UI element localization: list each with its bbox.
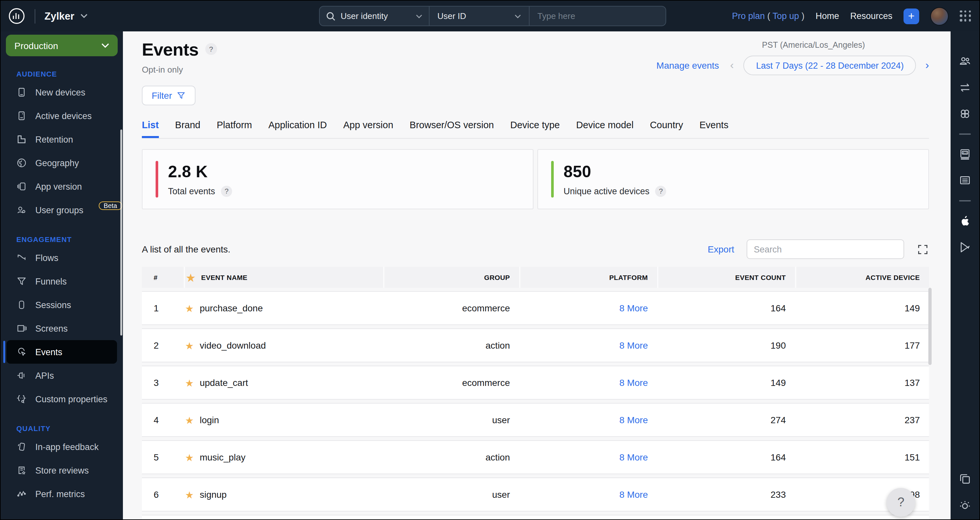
table-row[interactable]: 1 purchase_done ecommerce 8 More 164 149	[142, 291, 929, 325]
app-grid-icon[interactable]	[960, 10, 972, 22]
tab-device-model[interactable]: Device model	[576, 120, 633, 138]
table-row[interactable]: 2 video_download action 8 More 190 177	[142, 329, 929, 362]
copy-pages-icon[interactable]	[958, 472, 972, 485]
table-row[interactable]: 3 update_cart ecommerce 8 More 149 137	[142, 365, 929, 400]
chevron-down-icon	[514, 14, 521, 18]
tab-list[interactable]: List	[142, 120, 159, 138]
title-help-icon[interactable]: ?	[205, 43, 217, 55]
clover-apps-icon[interactable]	[958, 107, 972, 120]
table-scrollbar[interactable]	[928, 288, 932, 365]
event-count: 164	[657, 452, 795, 463]
home-link[interactable]: Home	[816, 11, 839, 21]
favorite-star-icon[interactable]	[185, 303, 194, 313]
col-header-num[interactable]: #	[142, 267, 184, 288]
col-header-group[interactable]: GROUP	[383, 267, 519, 288]
main-content: Events ? Opt-in only PST (America/Los_An…	[123, 31, 951, 519]
tab-device-type[interactable]: Device type	[510, 120, 560, 138]
favorite-star-icon[interactable]	[185, 415, 194, 425]
google-play-icon[interactable]	[958, 241, 972, 254]
add-button[interactable]: +	[904, 8, 919, 24]
tab-application-id[interactable]: Application ID	[268, 120, 327, 138]
sidebar-item-flows[interactable]: Flows	[1, 246, 123, 270]
tab-events[interactable]: Events	[700, 120, 729, 138]
docs-icon[interactable]	[958, 174, 972, 187]
table-row[interactable]: 6 signup user 8 More 233 198	[142, 477, 929, 512]
sidebar-item-screens[interactable]: Screens	[1, 317, 123, 340]
col-header-active-device[interactable]: ACTIVE DEVICE	[795, 267, 929, 288]
sidebar-item-in-app-feedback[interactable]: In-app feedback	[1, 435, 123, 458]
chevron-down-icon	[80, 14, 87, 18]
search-field-select[interactable]: User ID	[430, 6, 530, 26]
sidebar-item-user-groups[interactable]: User groups Beta	[1, 198, 123, 222]
sidebar-item-app-version[interactable]: App version	[1, 175, 123, 198]
tab-browser-os-version[interactable]: Browser/OS version	[410, 120, 494, 138]
manage-events-link[interactable]: Manage events	[656, 60, 719, 71]
in-app-feedback-icon	[16, 442, 27, 452]
filter-button[interactable]: Filter	[142, 86, 196, 105]
sidebar-item-new-devices[interactable]: New devices	[1, 80, 123, 104]
environment-selector[interactable]: Production	[6, 35, 118, 56]
platform-more-link[interactable]: 8 More	[519, 377, 657, 388]
tab-country[interactable]: Country	[650, 120, 683, 138]
apptics-logo-icon[interactable]	[8, 7, 25, 25]
active-device-icon	[16, 110, 27, 121]
platform-more-link[interactable]: 8 More	[519, 452, 657, 463]
sidebar-item-funnels[interactable]: Funnels	[1, 270, 123, 293]
sidebar-item-sessions[interactable]: Sessions	[1, 293, 123, 317]
glossary-icon[interactable]: A-Z	[958, 148, 972, 161]
col-header-event-count[interactable]: EVENT COUNT	[657, 267, 795, 288]
transfer-arrows-icon[interactable]	[958, 81, 972, 94]
stat-help-icon[interactable]: ?	[221, 185, 232, 196]
table-search-input[interactable]	[747, 239, 904, 259]
plan-topup-link[interactable]: Pro plan ( Top up )	[732, 11, 805, 21]
apple-icon[interactable]	[958, 215, 972, 228]
col-header-event-name[interactable]: EVENT NAME	[184, 267, 383, 288]
table-row[interactable]: 4 login user 8 More 274 237	[142, 403, 929, 437]
tab-platform[interactable]: Platform	[217, 120, 252, 138]
table-row[interactable]: 5 music_play action 8 More 164 151	[142, 440, 929, 474]
favorite-star-icon[interactable]	[185, 378, 194, 388]
favorite-star-icon[interactable]	[185, 452, 194, 462]
sidebar-item-custom-properties[interactable]: Custom properties	[1, 387, 123, 411]
resources-link[interactable]: Resources	[850, 11, 892, 21]
date-range-pill[interactable]: Last 7 Days (22 - 28 December 2024)	[744, 56, 916, 75]
sidebar-item-perf-metrics[interactable]: Perf. metrics	[1, 482, 123, 506]
favorite-star-icon[interactable]	[186, 273, 195, 282]
stat-help-icon[interactable]: ?	[655, 185, 667, 196]
platform-more-link[interactable]: 8 More	[519, 340, 657, 351]
favorite-star-icon[interactable]	[185, 490, 194, 499]
stat-label: Total events	[168, 186, 215, 196]
sidebar-item-active-devices[interactable]: Active devices	[1, 104, 123, 128]
theme-toggle-icon[interactable]	[958, 498, 972, 512]
sidebar-item-events[interactable]: Events	[6, 340, 117, 364]
sidebar-item-geography[interactable]: Geography	[1, 151, 123, 175]
retention-icon	[16, 134, 27, 145]
sidebar-item-store-reviews[interactable]: Store reviews	[1, 458, 123, 482]
sidebar-item-apis[interactable]: APIs	[1, 364, 123, 387]
favorite-star-icon[interactable]	[185, 340, 194, 350]
fullscreen-icon[interactable]	[916, 243, 929, 255]
next-range-chevron[interactable]: ›	[926, 59, 929, 72]
tab-app-version[interactable]: App version	[343, 120, 393, 138]
col-header-platform[interactable]: PLATFORM	[519, 267, 657, 288]
search-scope-select[interactable]: User identity	[320, 6, 430, 26]
global-search-bar[interactable]: User identity User ID	[319, 6, 666, 26]
tab-brand[interactable]: Brand	[175, 120, 200, 138]
sidebar-item-retention[interactable]: Retention	[1, 128, 123, 151]
sidebar-item-label: Sessions	[35, 300, 71, 310]
table-row[interactable]: 7 video_play action 8 More 224 192	[142, 515, 929, 519]
help-button[interactable]: ?	[886, 488, 915, 517]
filter-funnel-icon	[177, 91, 186, 100]
users-icon[interactable]	[958, 55, 972, 68]
workspace-name: Zylker	[45, 10, 74, 22]
platform-more-link[interactable]: 8 More	[519, 489, 657, 500]
platform-more-link[interactable]: 8 More	[519, 415, 657, 425]
event-group: ecommerce	[383, 303, 519, 313]
workspace-selector[interactable]: Zylker	[45, 10, 87, 22]
user-avatar[interactable]	[930, 7, 949, 25]
export-link[interactable]: Export	[708, 244, 734, 254]
sidebar-scrollbar[interactable]	[120, 129, 122, 335]
platform-more-link[interactable]: 8 More	[519, 303, 657, 313]
prev-range-chevron[interactable]: ‹	[730, 59, 734, 72]
search-input[interactable]	[530, 6, 665, 26]
